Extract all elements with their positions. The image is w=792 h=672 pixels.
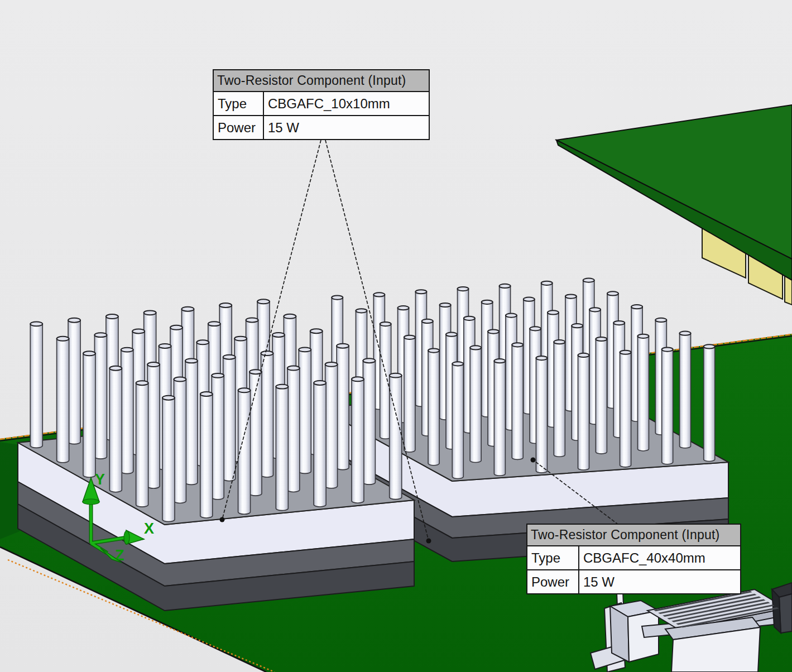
pin-fin-top bbox=[548, 310, 559, 314]
pin-fin-top bbox=[325, 362, 338, 367]
pin-fin-top bbox=[147, 362, 160, 367]
callout-power-label: Power bbox=[214, 116, 264, 139]
pin-fin-top bbox=[680, 332, 691, 335]
pin-fin-top bbox=[398, 306, 409, 310]
pin-fin-top bbox=[415, 290, 426, 294]
pin-fin-top bbox=[390, 373, 402, 378]
cad-viewport[interactable]: ZYX Two-Resistor Component (Input) Type … bbox=[0, 0, 792, 672]
pin-fin bbox=[276, 387, 288, 511]
callout-row-type: Type CBGAFC_10x10mm bbox=[214, 92, 429, 115]
pin-fin bbox=[147, 364, 160, 488]
pin-fin-top bbox=[121, 348, 133, 352]
pin-fin-top bbox=[272, 333, 285, 337]
pin-fin bbox=[662, 349, 673, 464]
pin-fin-top bbox=[144, 310, 156, 315]
pin-fin bbox=[83, 353, 95, 477]
pin-fin-top bbox=[30, 321, 42, 326]
pin-fin bbox=[136, 383, 148, 507]
pin-fin-top bbox=[94, 333, 107, 337]
pin-fin-top bbox=[380, 322, 391, 326]
pin-fin-top bbox=[637, 334, 649, 338]
pin-fin-top bbox=[613, 321, 625, 325]
pin-fin-top bbox=[109, 366, 122, 371]
pin-fin-top bbox=[512, 343, 523, 347]
pin-fin bbox=[185, 361, 198, 484]
pin-fin-top bbox=[530, 327, 541, 330]
pin-fin-top bbox=[170, 325, 183, 330]
pin-fin bbox=[68, 320, 80, 444]
pin-fin-top bbox=[332, 295, 343, 299]
pin-fin-top bbox=[458, 287, 469, 291]
pin-fin-top bbox=[404, 335, 415, 339]
pin-fin-top bbox=[422, 319, 433, 323]
pin-fin bbox=[174, 380, 186, 503]
pin-fin-top bbox=[181, 307, 194, 311]
pin-fin-top bbox=[452, 362, 463, 366]
pin-fin-top bbox=[607, 291, 618, 295]
pin-fin-top bbox=[631, 305, 642, 309]
pin-fin-top bbox=[261, 351, 273, 356]
pin-fin-top bbox=[219, 303, 232, 308]
pin-fin-top bbox=[185, 358, 198, 363]
pin-fin-top bbox=[136, 381, 148, 385]
pin-fin bbox=[470, 348, 481, 463]
pin-fin-top bbox=[620, 351, 631, 354]
callout-title: Two-Resistor Component (Input) bbox=[527, 525, 740, 546]
pin-fin-top bbox=[662, 347, 673, 351]
leader-anchor-dot bbox=[426, 539, 431, 544]
pin-fin-top bbox=[500, 284, 511, 288]
pin-fin-top bbox=[337, 344, 349, 348]
pin-fin-top bbox=[83, 351, 95, 356]
pin-fin-top bbox=[352, 377, 364, 381]
pin-fin-top bbox=[704, 344, 715, 348]
leader-anchor-dot bbox=[531, 458, 536, 463]
pin-fin bbox=[299, 349, 311, 473]
callout-type-label: Type bbox=[527, 546, 579, 569]
pin-fin-top bbox=[596, 337, 607, 341]
pin-fin-top bbox=[428, 349, 439, 353]
callout-power-value: 15 W bbox=[579, 570, 740, 593]
pin-fin-top bbox=[284, 314, 296, 319]
pin-fin bbox=[57, 339, 69, 463]
pin-fin-top bbox=[196, 340, 209, 344]
pin-fin-top bbox=[212, 373, 224, 378]
pin-fin-top bbox=[572, 324, 583, 328]
pin-fin bbox=[428, 351, 439, 465]
pin-fin-top bbox=[200, 392, 213, 396]
pin-fin bbox=[94, 335, 107, 459]
pin-fin-top bbox=[162, 396, 175, 400]
pin-fin-top bbox=[106, 314, 118, 319]
pin-fin bbox=[578, 355, 589, 470]
pin-fin-top bbox=[464, 316, 475, 320]
pin-fin-top bbox=[589, 308, 601, 311]
callout-power-value: 15 W bbox=[264, 116, 429, 139]
pin-fin bbox=[363, 361, 375, 484]
pin-fin-top bbox=[276, 385, 288, 389]
pin-fin-top bbox=[506, 314, 517, 318]
pin-fin bbox=[452, 364, 463, 479]
callout-type-label: Type bbox=[214, 92, 264, 115]
pin-fin-top bbox=[363, 358, 375, 363]
pin-fin bbox=[109, 368, 122, 492]
callout-power-label: Power bbox=[527, 570, 579, 593]
pin-fin bbox=[704, 347, 715, 462]
pin-fin bbox=[337, 346, 349, 470]
pin-fin-top bbox=[482, 300, 493, 304]
pin-fin bbox=[30, 324, 42, 448]
pin-fin-top bbox=[299, 347, 311, 352]
pin-fin-top bbox=[655, 318, 666, 322]
callout-table-10x10[interactable]: Two-Resistor Component (Input) Type CBGA… bbox=[213, 69, 430, 140]
pin-fin-top bbox=[373, 292, 385, 296]
pin-fin bbox=[596, 339, 607, 454]
pin-fin-top bbox=[68, 318, 80, 323]
callout-table-40x40[interactable]: Two-Resistor Component (Input) Type CBGA… bbox=[526, 524, 741, 594]
pin-fin-top bbox=[440, 303, 451, 307]
pin-fin bbox=[212, 376, 224, 500]
pin-fin-top bbox=[287, 366, 300, 371]
pin-fin-top bbox=[524, 297, 535, 301]
pin-fin-top bbox=[314, 381, 326, 385]
pin-fin bbox=[121, 350, 133, 474]
pin-fin-top bbox=[554, 340, 565, 344]
callout-row-type: Type CBGAFC_40x40mm bbox=[527, 546, 740, 569]
pin-fin bbox=[162, 398, 175, 522]
